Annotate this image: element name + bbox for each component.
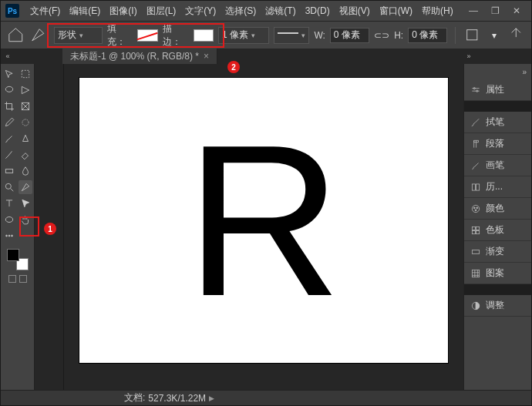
quickmask-icon[interactable] [8, 275, 16, 283]
panel-color[interactable]: 颜色 [464, 198, 531, 220]
menu-file[interactable]: 文件(F) [25, 5, 65, 18]
svg-point-15 [472, 205, 479, 212]
svg-rect-14 [476, 183, 480, 190]
panel-gradient[interactable]: 渐变 [464, 241, 531, 263]
collapse-right-icon[interactable]: » [462, 52, 476, 60]
panel-paragraph[interactable]: 段落 [464, 133, 531, 155]
crop-tool[interactable] [2, 99, 16, 113]
svg-rect-19 [472, 226, 475, 230]
chevron-down-icon: ▾ [79, 32, 83, 39]
clone-stamp-tool[interactable] [19, 132, 32, 146]
share-icon[interactable] [507, 26, 525, 45]
dots-tool[interactable] [2, 229, 16, 243]
foreground-background-swatch[interactable] [7, 249, 29, 270]
menu-help[interactable]: 帮助(H) [417, 5, 458, 18]
document-tab[interactable]: 未标题-1 @ 100% (R, RGB/8) * × [62, 49, 217, 64]
frame-tool[interactable] [19, 99, 32, 113]
maximize-button[interactable]: ❐ [490, 5, 500, 16]
blur-tool[interactable] [19, 164, 32, 178]
stroke-width-value: 1 像素 [222, 29, 248, 42]
artboard-tool[interactable] [19, 67, 32, 81]
status-menu-icon[interactable]: ▶ [209, 394, 214, 402]
panel-swatches[interactable]: 色板 [464, 220, 531, 241]
screen-mode-icons[interactable] [8, 275, 27, 283]
stroke-style-dropdown[interactable]: ▾ [274, 27, 309, 44]
quick-select-tool[interactable] [19, 83, 32, 97]
panel-properties[interactable]: 属性 [464, 79, 531, 101]
canvas-column: R [35, 64, 463, 390]
panel-pattern[interactable]: 图案 [464, 263, 531, 284]
ellipse-tool[interactable] [2, 213, 16, 226]
eraser-tool[interactable] [19, 148, 32, 162]
zoom-tool[interactable] [2, 180, 16, 194]
path-align-icon[interactable] [463, 26, 481, 45]
panel-brush[interactable]: 画笔 [464, 155, 531, 176]
pen-tool-icon[interactable] [29, 26, 47, 45]
svg-rect-5 [5, 169, 12, 173]
menu-filter[interactable]: 滤镜(T) [261, 5, 300, 18]
screenmode-icon[interactable] [19, 275, 27, 283]
tool-options-bar: 形状 ▾ 填充： 描边： 1 像素 ▾ ▾ W: 0 像素 ⊂⊃ H: 0 像素… [1, 21, 531, 49]
shape-mode-dropdown[interactable]: 形状 ▾ [54, 27, 103, 44]
menubar: Ps 文件(F) 编辑(E) 图像(I) 图层(L) 文字(Y) 选择(S) 滤… [1, 1, 531, 21]
menu-select[interactable]: 选择(S) [221, 5, 261, 18]
move-tool[interactable] [2, 67, 16, 81]
type-tool[interactable] [2, 196, 16, 210]
path-arrangement-icon[interactable]: ▾ [486, 26, 503, 45]
svg-point-8 [6, 235, 8, 237]
path-select-tool[interactable] [19, 196, 32, 210]
hand-tool[interactable] [19, 213, 32, 226]
width-input[interactable]: 0 像素 [330, 28, 369, 43]
svg-rect-1 [22, 70, 29, 77]
fg-color-swatch[interactable] [7, 249, 19, 261]
close-button[interactable]: ✕ [511, 5, 522, 16]
fill-swatch[interactable] [137, 29, 157, 42]
spot-heal-tool[interactable] [19, 116, 32, 129]
menu-edit[interactable]: 编辑(E) [65, 5, 105, 18]
photoshop-window: Ps 文件(F) 编辑(E) 图像(I) 图层(L) 文字(Y) 选择(S) 滤… [0, 0, 532, 406]
lasso-tool[interactable] [2, 83, 16, 97]
separator [455, 27, 456, 44]
menu-window[interactable]: 窗口(W) [375, 5, 417, 18]
canvas-viewport[interactable]: R [64, 64, 463, 390]
svg-rect-20 [476, 226, 480, 230]
close-tab-icon[interactable]: × [204, 51, 209, 62]
gradient-tool[interactable] [2, 164, 16, 178]
document-tab-bar: « 未标题-1 @ 100% (R, RGB/8) * × » [1, 49, 531, 64]
home-icon[interactable] [7, 26, 25, 45]
height-input[interactable]: 0 像素 [408, 28, 447, 43]
menu-3d[interactable]: 3D(D) [301, 5, 335, 16]
minimize-button[interactable]: — [468, 5, 479, 16]
edit-toolbar[interactable] [19, 229, 32, 243]
menu-image[interactable]: 图像(I) [105, 5, 141, 18]
link-wh-icon[interactable]: ⊂⊃ [374, 30, 389, 41]
svg-point-9 [8, 235, 10, 237]
ps-logo-icon: Ps [5, 4, 19, 18]
history-brush-tool[interactable] [2, 148, 16, 162]
stroke-label: 描边： [163, 22, 189, 49]
stroke-width-dropdown[interactable]: 1 像素 ▾ [218, 27, 269, 44]
brush-tool[interactable] [2, 132, 16, 146]
collapse-panels-icon[interactable]: » [464, 64, 531, 79]
svg-point-16 [473, 206, 475, 208]
menu-type[interactable]: 文字(Y) [180, 5, 221, 18]
svg-rect-22 [476, 230, 480, 233]
document-canvas[interactable]: R [79, 78, 448, 363]
main-area: R » 属性 拭笔 段落 画笔 [1, 64, 531, 390]
svg-point-10 [12, 235, 13, 237]
chevron-down-icon: ▾ [301, 32, 305, 39]
menu-layer[interactable]: 图层(L) [142, 5, 181, 18]
collapse-left-icon[interactable]: « [1, 52, 15, 60]
svg-rect-21 [472, 230, 475, 233]
svg-rect-0 [467, 30, 477, 40]
fill-label: 填充： [107, 22, 133, 49]
menu-view[interactable]: 视图(V) [335, 5, 375, 18]
pen-tool[interactable] [19, 180, 32, 194]
panel-adjustments[interactable]: 调整 [464, 295, 531, 317]
document-tab-title: 未标题-1 @ 100% (R, RGB/8) * [70, 50, 199, 63]
eyedropper-tool[interactable] [2, 116, 16, 129]
stroke-swatch[interactable] [194, 29, 214, 42]
panel-brush-presets[interactable]: 拭笔 [464, 112, 531, 133]
svg-rect-13 [472, 183, 475, 190]
panel-history[interactable]: 历... [464, 176, 531, 198]
